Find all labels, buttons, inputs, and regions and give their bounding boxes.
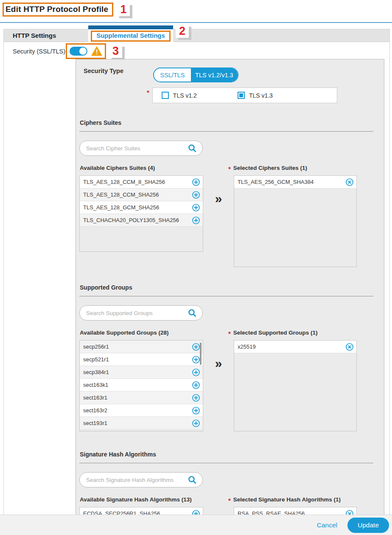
scrollbar-thumb[interactable] <box>200 343 202 365</box>
required-marker: * <box>228 497 231 504</box>
section-heading: Signature Hash Algorithms <box>79 451 379 458</box>
available-list-header: Available Supported Groups (28) <box>79 329 203 336</box>
callout-number-1: 1 <box>117 3 130 16</box>
security-ssl-tls-label: Security (SSL/TLS) <box>4 48 66 55</box>
security-type-row: Security Type SSL/TLS TLS v1.2/v1.3 * TL… <box>79 68 379 103</box>
tls-version-box: TLS v1.2 TLS v1.3 <box>152 87 337 103</box>
signature-hash-search[interactable] <box>79 472 203 487</box>
list-item[interactable]: secp521r1 <box>80 353 203 366</box>
search-icon[interactable] <box>188 144 197 153</box>
add-icon[interactable] <box>192 419 200 428</box>
list-item-label: TLS_AES_128_CCM_SHA256 <box>83 191 159 198</box>
add-icon[interactable] <box>192 343 200 351</box>
segment-ssl-tls[interactable]: SSL/TLS <box>154 68 191 82</box>
update-button[interactable]: Update <box>347 518 389 533</box>
warning-triangle-icon <box>91 46 102 56</box>
list-item[interactable]: TLS_CHACHA20_POLY1305_SHA256 <box>80 214 203 227</box>
supported-groups-search[interactable] <box>79 305 203 321</box>
add-icon[interactable] <box>192 355 200 364</box>
security-type-label: Security Type <box>79 68 153 103</box>
segment-tls-v12-v13[interactable]: TLS v1.2/v1.3 <box>191 68 238 82</box>
active-tab-indicator <box>88 25 173 29</box>
security-type-segmented-control: SSL/TLS TLS v1.2/v1.3 <box>153 68 238 82</box>
remove-icon[interactable] <box>345 178 354 186</box>
list-item-label: secp384r1 <box>83 369 109 375</box>
list-item[interactable]: TLS_AES_128_CCM_SHA256 <box>80 189 203 201</box>
available-groups-list: secp256r1secp521r1secp384r1sect163k1sect… <box>79 340 203 431</box>
list-item[interactable]: secp384r1 <box>80 366 203 379</box>
list-item-label: TLS_CHACHA20_POLY1305_SHA256 <box>83 217 179 223</box>
search-input[interactable] <box>86 310 188 316</box>
checkbox-tls-v13[interactable]: TLS v1.3 <box>238 92 273 99</box>
checkbox-label: TLS v1.3 <box>249 92 273 99</box>
callout-box-1: Edit HTTP Protocol Profile <box>3 3 113 17</box>
list-item-label: sect163r2 <box>83 407 107 414</box>
dialog-content-frame: HTTP Settings Supplemental Settings 2 Se… <box>3 29 390 528</box>
section-ciphers-suites: Ciphers Suites Available Ciphers Suites … <box>79 119 379 267</box>
section-heading: Supported Groups <box>79 284 379 291</box>
search-input[interactable] <box>86 145 188 152</box>
selected-ciphers-list: TLS_AES_256_GCM_SHA384 <box>234 175 357 267</box>
list-item-label: TLS_AES_128_GCM_SHA256 <box>83 204 159 211</box>
search-input[interactable] <box>86 477 188 483</box>
list-item[interactable]: x25519 <box>234 341 356 353</box>
security-toggle[interactable] <box>70 47 87 56</box>
list-item-label: TLS_AES_256_GCM_SHA384 <box>238 179 314 185</box>
checkbox-icon[interactable] <box>162 92 169 99</box>
add-icon[interactable] <box>192 191 200 199</box>
available-ciphers-list: TLS_AES_128_CCM_8_SHA256TLS_AES_128_CCM_… <box>79 175 203 252</box>
tab-supplemental-settings[interactable]: Supplemental Settings 2 <box>88 25 173 42</box>
selected-list-header: * Selected Ciphers Suites (1) <box>234 165 357 172</box>
callout-number-2: 2 <box>176 25 189 38</box>
cipher-suites-search[interactable] <box>79 141 203 156</box>
tab-http-settings[interactable]: HTTP Settings <box>4 29 56 42</box>
required-marker: * <box>147 89 149 96</box>
security-ssl-tls-row: Security (SSL/TLS) 3 <box>4 43 389 59</box>
list-item-label: secp521r1 <box>83 356 109 363</box>
list-item-label: secp256r1 <box>83 344 109 350</box>
remove-icon[interactable] <box>345 343 354 351</box>
list-item[interactable]: sect163r2 <box>80 404 203 417</box>
title-divider <box>0 22 392 23</box>
required-marker: * <box>228 165 231 172</box>
list-item[interactable]: TLS_AES_128_CCM_8_SHA256 <box>80 176 203 189</box>
add-icon[interactable] <box>192 381 200 389</box>
selected-groups-list: x25519 <box>234 340 357 431</box>
list-item[interactable]: TLS_AES_128_GCM_SHA256 <box>80 201 203 214</box>
page-title: Edit HTTP Protocol Profile <box>6 5 108 14</box>
selected-list-header: * Selected Signature Hash Algorithms (1) <box>234 496 357 504</box>
cancel-button[interactable]: Cancel <box>317 521 337 529</box>
section-divider <box>79 463 373 463</box>
checkbox-icon[interactable] <box>238 92 245 99</box>
tls-version-group: * TLS v1.2 TLS v1.3 <box>153 87 337 103</box>
section-divider <box>79 131 373 132</box>
add-icon[interactable] <box>192 368 200 377</box>
checkbox-label: TLS v1.2 <box>173 92 197 99</box>
callout-number-3: 3 <box>109 45 122 58</box>
add-icon[interactable] <box>192 178 200 186</box>
move-all-right-icon[interactable]: » <box>215 357 222 370</box>
move-all-right-icon[interactable]: » <box>215 192 222 205</box>
list-item[interactable]: sect163k1 <box>80 379 203 391</box>
add-icon[interactable] <box>192 394 200 402</box>
list-item[interactable]: secp256r1 <box>80 341 203 353</box>
list-item[interactable]: TLS_AES_256_GCM_SHA384 <box>234 176 356 189</box>
search-icon[interactable] <box>188 475 197 484</box>
list-item-label: sect163r1 <box>83 394 107 401</box>
list-item[interactable]: sect193r1 <box>80 417 203 430</box>
callout-box-3 <box>66 43 106 59</box>
section-divider <box>79 296 373 296</box>
checkbox-tls-v12[interactable]: TLS v1.2 <box>162 92 197 99</box>
search-icon[interactable] <box>188 308 197 318</box>
add-icon[interactable] <box>192 406 200 415</box>
available-list-header: Available Ciphers Suites (4) <box>79 165 203 171</box>
add-icon[interactable] <box>192 203 200 212</box>
list-item-label: sect163k1 <box>83 382 108 388</box>
toggle-knob <box>79 48 87 55</box>
add-icon[interactable] <box>192 216 200 225</box>
list-item[interactable]: sect163r1 <box>80 391 203 404</box>
section-heading: Ciphers Suites <box>79 119 379 126</box>
list-item-label: sect193r1 <box>83 420 107 426</box>
dialog-footer: Cancel Update <box>0 515 392 535</box>
title-row: Edit HTTP Protocol Profile 1 <box>0 0 392 17</box>
